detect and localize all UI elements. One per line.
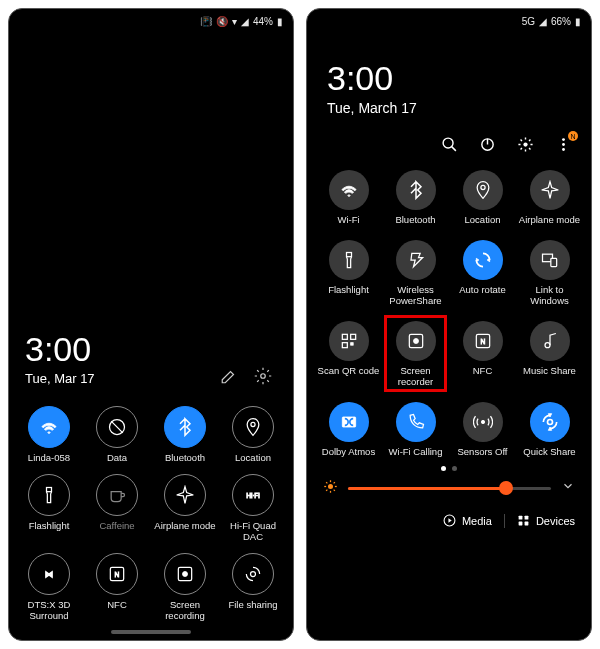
divider — [504, 514, 505, 528]
qs-tile-fileshare[interactable]: File sharing — [219, 553, 287, 622]
qs-tile-bluetooth[interactable]: Bluetooth — [151, 406, 219, 464]
fileshare-icon[interactable] — [232, 553, 274, 595]
page-dot-active — [441, 466, 446, 471]
settings-gear-icon[interactable] — [515, 134, 535, 154]
nfc-icon[interactable]: N — [463, 321, 503, 361]
brightness-row — [307, 475, 591, 504]
panel-toolbar: N — [307, 126, 591, 160]
vibrate-icon: 📳 — [200, 16, 212, 27]
battery-icon: ▮ — [575, 16, 581, 27]
caffeine-icon[interactable] — [96, 474, 138, 516]
devices-button[interactable]: Devices — [517, 514, 575, 527]
bluetooth-icon[interactable] — [164, 406, 206, 448]
qs-tile-musicshare[interactable]: Music Share — [516, 321, 583, 388]
wificall-icon[interactable] — [396, 402, 436, 442]
media-button[interactable]: Media — [443, 514, 492, 527]
qs-tile-dolby[interactable]: Dolby Atmos — [315, 402, 382, 458]
edit-icon[interactable] — [219, 366, 239, 386]
qs-tile-label: Airplane mode — [154, 521, 215, 532]
qs-tile-hifi[interactable]: Hi·FiHi-Fi Quad DAC — [219, 474, 287, 543]
nav-bar-pill[interactable] — [111, 630, 191, 634]
airplane-icon[interactable] — [530, 170, 570, 210]
qs-tile-label: Wireless PowerShare — [385, 285, 447, 307]
qs-tile-powershare[interactable]: Wireless PowerShare — [382, 240, 449, 307]
flashlight-icon[interactable] — [329, 240, 369, 280]
qs-tile-wificall[interactable]: Wi-Fi Calling — [382, 402, 449, 458]
qs-tile-label: Wi-Fi — [337, 215, 359, 226]
qs-tile-caffeine[interactable]: Caffeine — [83, 474, 151, 543]
qs-tile-wifi[interactable]: Wi-Fi — [315, 170, 382, 226]
qs-tile-autorotate[interactable]: Auto rotate — [449, 240, 516, 307]
qs-tile-label: Music Share — [523, 366, 576, 377]
svg-point-10 — [183, 572, 188, 577]
quickshare-icon[interactable] — [530, 402, 570, 442]
qs-tile-sensors[interactable]: Sensors Off — [449, 402, 516, 458]
search-icon[interactable] — [439, 134, 459, 154]
qrcode-icon[interactable] — [329, 321, 369, 361]
svg-line-46 — [334, 489, 335, 490]
qs-tile-data[interactable]: Data — [83, 406, 151, 464]
svg-point-36 — [481, 420, 484, 423]
qs-tile-wifi[interactable]: Linda-058 — [15, 406, 83, 464]
qs-tile-flashlight[interactable]: Flashlight — [315, 240, 382, 307]
svg-line-2 — [111, 422, 123, 434]
linkwin-icon[interactable] — [530, 240, 570, 280]
svg-marker-22 — [487, 258, 490, 261]
qs-tile-flashlight[interactable]: Flashlight — [15, 474, 83, 543]
qs-tile-quickshare[interactable]: Quick Share — [516, 402, 583, 458]
svg-rect-54 — [524, 522, 528, 526]
qs-tile-label: DTS:X 3D Surround — [18, 600, 80, 622]
brightness-slider[interactable] — [348, 487, 551, 490]
page-dot[interactable] — [452, 466, 457, 471]
wifi-icon[interactable] — [329, 170, 369, 210]
wifi-icon[interactable] — [28, 406, 70, 448]
qs-tile-airplane[interactable]: Airplane mode — [151, 474, 219, 543]
hifi-icon[interactable]: Hi·Fi — [232, 474, 274, 516]
qs-tile-screenrec[interactable]: Screen recorder — [382, 321, 449, 388]
svg-marker-50 — [448, 518, 451, 522]
bluetooth-icon[interactable] — [396, 170, 436, 210]
battery-icon: ▮ — [277, 16, 283, 27]
airplane-icon[interactable] — [164, 474, 206, 516]
qs-tile-bluetooth[interactable]: Bluetooth — [382, 170, 449, 226]
cell-signal-icon: ◢ — [539, 16, 547, 27]
svg-rect-53 — [519, 522, 523, 526]
qs-tile-nfc[interactable]: NNFC — [83, 553, 151, 622]
musicshare-icon[interactable] — [530, 321, 570, 361]
settings-gear-icon[interactable] — [253, 366, 273, 386]
svg-rect-28 — [342, 342, 347, 347]
chevron-down-icon[interactable] — [561, 479, 575, 497]
dolby-icon[interactable] — [329, 402, 369, 442]
qs-tile-label: Auto rotate — [459, 285, 505, 296]
wifi-signal-icon: ▾ — [232, 16, 237, 27]
data-icon[interactable] — [96, 406, 138, 448]
autorotate-icon[interactable] — [463, 240, 503, 280]
dtsx-icon[interactable]: ⋈ — [28, 553, 70, 595]
sensors-icon[interactable] — [463, 402, 503, 442]
mute-icon: 🔇 — [216, 16, 228, 27]
svg-point-18 — [562, 143, 565, 146]
qs-tile-label: Screen recording — [154, 600, 216, 622]
powershare-icon[interactable] — [396, 240, 436, 280]
notification-badge: N — [568, 131, 578, 141]
location-icon[interactable] — [232, 406, 274, 448]
screenrec-icon[interactable] — [164, 553, 206, 595]
flashlight-icon[interactable] — [28, 474, 70, 516]
more-menu-icon[interactable]: N — [553, 134, 573, 154]
location-icon[interactable] — [463, 170, 503, 210]
qs-tile-qrcode[interactable]: Scan QR code — [315, 321, 382, 388]
qs-tile-label: File sharing — [228, 600, 277, 611]
svg-point-12 — [443, 138, 453, 148]
qs-tile-location[interactable]: Location — [449, 170, 516, 226]
qs-tile-airplane[interactable]: Airplane mode — [516, 170, 583, 226]
qs-tile-linkwin[interactable]: Link to Windows — [516, 240, 583, 307]
svg-point-19 — [562, 148, 565, 151]
power-icon[interactable] — [477, 134, 497, 154]
qs-tile-nfc[interactable]: NNFC — [449, 321, 516, 388]
qs-tile-dtsx[interactable]: ⋈DTS:X 3D Surround — [15, 553, 83, 622]
clock-date: Tue, March 17 — [327, 100, 571, 116]
qs-tile-screenrec[interactable]: Screen recording — [151, 553, 219, 622]
clock-area: 3:00 Tue, Mar 17 — [9, 320, 293, 394]
qs-tile-location[interactable]: Location — [219, 406, 287, 464]
nfc-icon[interactable]: N — [96, 553, 138, 595]
